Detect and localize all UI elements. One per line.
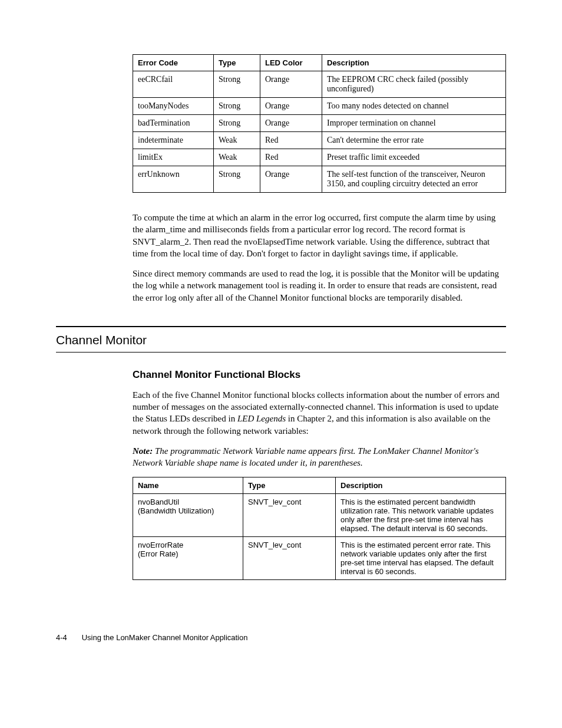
cell-type: Strong — [214, 71, 260, 98]
section-divider-top — [56, 326, 506, 327]
cell-error-code: badTermination — [133, 115, 214, 132]
col-header-type: Type — [214, 55, 260, 71]
paragraph-functional-blocks: Each of the five Channel Monitor functio… — [133, 389, 506, 437]
nv-cell-type: SNVT_lev_cont — [243, 537, 336, 580]
cell-error-code: errUnknown — [133, 166, 214, 193]
cell-type: Weak — [214, 149, 260, 166]
cell-desc: The EEPROM CRC check failed (possibly un… — [322, 71, 506, 98]
table-row: badTermination Strong Orange Improper te… — [133, 115, 506, 132]
table-row: indeterminate Weak Red Can't determine t… — [133, 132, 506, 149]
note-paragraph: Note: The programmatic Network Variable … — [133, 445, 506, 469]
cell-error-code: eeCRCfail — [133, 71, 214, 98]
cell-error-code: tooManyNodes — [133, 98, 214, 115]
note-label: Note: — [133, 446, 153, 456]
network-variable-table: Name Type Description nvoBandUtil (Bandw… — [133, 477, 506, 580]
subheading-functional-blocks: Channel Monitor Functional Blocks — [133, 369, 506, 381]
cell-led: Orange — [260, 115, 322, 132]
nv-cell-name: nvoBandUtil (Bandwidth Utilization) — [133, 494, 243, 537]
paragraph-alarm-time: To compute the time at which an alarm in… — [133, 212, 506, 259]
cell-type: Weak — [214, 132, 260, 149]
cell-led: Orange — [260, 71, 322, 98]
section-title-channel-monitor: Channel Monitor — [56, 333, 506, 347]
table-row: limitEx Weak Red Preset traffic limit ex… — [133, 149, 506, 166]
col-header-description: Description — [322, 55, 506, 71]
nv-cell-desc: This is the estimated percent bandwidth … — [336, 494, 506, 537]
footer-page-number: 4-4 — [56, 633, 80, 642]
cell-error-code: indeterminate — [133, 132, 214, 149]
cell-error-code: limitEx — [133, 149, 214, 166]
nv-col-header-type: Type — [243, 477, 336, 494]
nv-table-header-row: Name Type Description — [133, 477, 506, 494]
table-header-row: Error Code Type LED Color Description — [133, 55, 506, 71]
table-row: tooManyNodes Strong Orange Too many node… — [133, 98, 506, 115]
nv-table-row: nvoErrorRate (Error Rate) SNVT_lev_cont … — [133, 537, 506, 580]
col-header-error-code: Error Code — [133, 55, 214, 71]
nv-col-header-description: Description — [336, 477, 506, 494]
cell-led: Orange — [260, 98, 322, 115]
cell-led: Red — [260, 132, 322, 149]
nv-cell-desc: This is the estimated percent error rate… — [336, 537, 506, 580]
nv-name-primary: nvoBandUtil — [138, 498, 179, 506]
note-text: The programmatic Network Variable name a… — [133, 446, 479, 467]
content-column: Error Code Type LED Color Description ee… — [133, 54, 506, 304]
cell-type: Strong — [214, 166, 260, 193]
cell-led: Orange — [260, 166, 322, 193]
cell-desc: The self-test function of the transceive… — [322, 166, 506, 193]
nv-cell-name: nvoErrorRate (Error Rate) — [133, 537, 243, 580]
page: Error Code Type LED Color Description ee… — [0, 0, 562, 677]
cell-desc: Preset traffic limit exceeded — [322, 149, 506, 166]
nv-name-secondary: (Bandwidth Utilization) — [138, 506, 214, 515]
cell-type: Strong — [214, 98, 260, 115]
nv-table-row: nvoBandUtil (Bandwidth Utilization) SNVT… — [133, 494, 506, 537]
section-divider-bottom — [56, 352, 506, 353]
page-footer: 4-4 Using the LonMaker Channel Monitor A… — [56, 633, 506, 642]
nv-name-secondary: (Error Rate) — [138, 549, 178, 558]
cell-desc: Can't determine the error rate — [322, 132, 506, 149]
nv-col-header-name: Name — [133, 477, 243, 494]
table-row: eeCRCfail Strong Orange The EEPROM CRC c… — [133, 71, 506, 98]
footer-title: Using the LonMaker Channel Monitor Appli… — [82, 633, 248, 642]
para3-emphasis-led-legends: LED Legends — [237, 414, 286, 423]
cell-desc: Improper termination on channel — [322, 115, 506, 132]
cell-type: Strong — [214, 115, 260, 132]
error-code-table: Error Code Type LED Color Description ee… — [133, 54, 506, 193]
paragraph-read-consistency: Since direct memory commands are used to… — [133, 268, 506, 304]
nv-cell-type: SNVT_lev_cont — [243, 494, 336, 537]
cell-led: Red — [260, 149, 322, 166]
cell-desc: Too many nodes detected on channel — [322, 98, 506, 115]
nv-name-primary: nvoErrorRate — [138, 541, 183, 549]
table-row: errUnknown Strong Orange The self-test f… — [133, 166, 506, 193]
content-column-2: Channel Monitor Functional Blocks Each o… — [133, 369, 506, 581]
col-header-led-color: LED Color — [260, 55, 322, 71]
